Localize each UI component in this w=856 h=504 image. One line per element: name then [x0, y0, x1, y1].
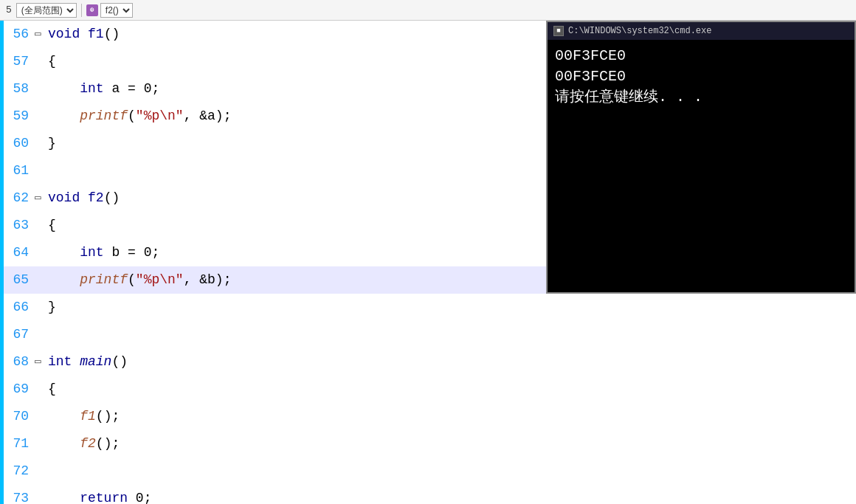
toolbar-right: ⊕ f2(): [86, 3, 133, 18]
code-line: 70 f1();: [4, 403, 856, 430]
code-content: {: [45, 376, 56, 403]
code-line: 73 return 0;: [4, 485, 856, 504]
cmd-output-line: 00F3FCE0: [555, 46, 847, 66]
line-number: 60: [4, 130, 35, 157]
code-line: 71 f2();: [4, 430, 856, 458]
code-content: void f1(): [45, 21, 120, 48]
toolbar: 5 (全局范围) ⊕ f2(): [0, 0, 856, 21]
func-icon: ⊕: [86, 4, 98, 16]
code-content: }: [45, 130, 56, 157]
line-number: 71: [4, 430, 35, 458]
cmd-window[interactable]: ■ C:\WINDOWS\system32\cmd.exe 00F3FCE000…: [546, 21, 856, 294]
line-number: 72: [4, 458, 35, 485]
cmd-icon: ■: [553, 26, 564, 36]
cmd-output-line: 00F3FCE0: [555, 66, 847, 87]
cmd-output-line: 请按任意键继续. . .: [555, 87, 847, 108]
code-line: 67: [4, 321, 856, 348]
line-number: 68: [4, 348, 35, 376]
cmd-titlebar: ■ C:\WINDOWS\system32\cmd.exe: [548, 22, 855, 40]
line-number: 59: [4, 103, 35, 130]
line-number: 69: [4, 376, 35, 403]
cmd-body: 00F3FCE000F3FCE0请按任意键继续. . .: [548, 40, 855, 292]
func-selector: ⊕ f2(): [86, 3, 133, 18]
code-content: int a = 0;: [45, 75, 159, 103]
code-content: void f2(): [45, 184, 120, 212]
toolbar-line-number: 5: [3, 4, 15, 15]
fold-marker[interactable]: ▭: [35, 348, 45, 376]
toolbar-left: 5 (全局范围) ⊕ f2(): [3, 3, 133, 18]
cmd-title: C:\WINDOWS\system32\cmd.exe: [568, 26, 711, 36]
func-dropdown[interactable]: f2(): [100, 3, 133, 18]
line-number: 65: [4, 266, 35, 294]
code-line: 69{: [4, 376, 856, 403]
code-content: {: [45, 48, 56, 75]
code-line: 72: [4, 458, 856, 485]
code-content: {: [45, 212, 56, 239]
line-number: 61: [4, 157, 35, 184]
main-content: 56▭void f1()57{58 int a = 0;59 printf("%…: [0, 21, 856, 504]
line-number: 67: [4, 321, 35, 348]
code-content: int b = 0;: [45, 239, 159, 266]
line-number: 66: [4, 294, 35, 321]
code-content: int main(): [45, 348, 128, 376]
code-content: f1();: [45, 403, 120, 430]
code-line: 66}: [4, 294, 856, 321]
line-number: 57: [4, 48, 35, 75]
scope-dropdown[interactable]: (全局范围): [16, 3, 77, 18]
code-line: 68▭int main(): [4, 348, 856, 376]
code-content: printf("%p\n", &b);: [45, 266, 231, 294]
line-number: 62: [4, 184, 35, 212]
line-number: 64: [4, 239, 35, 266]
line-number: 70: [4, 403, 35, 430]
line-number: 73: [4, 485, 35, 504]
code-pane[interactable]: 56▭void f1()57{58 int a = 0;59 printf("%…: [4, 21, 856, 504]
fold-marker[interactable]: ▭: [35, 21, 45, 48]
line-number: 58: [4, 75, 35, 103]
code-content: return 0;: [45, 485, 151, 504]
code-content: }: [45, 294, 56, 321]
fold-marker[interactable]: ▭: [35, 184, 45, 212]
line-number: 63: [4, 212, 35, 239]
line-number: 56: [4, 21, 35, 48]
code-content: printf("%p\n", &a);: [45, 103, 231, 130]
code-content: f2();: [45, 430, 120, 458]
toolbar-separator: [81, 4, 82, 17]
